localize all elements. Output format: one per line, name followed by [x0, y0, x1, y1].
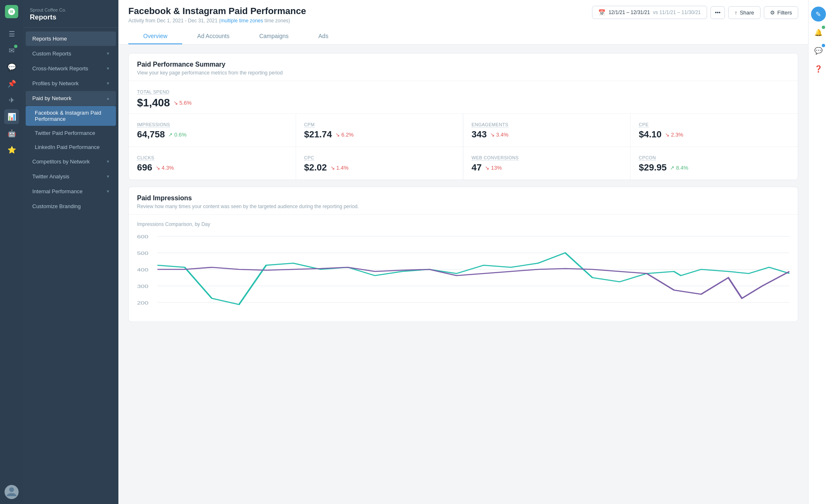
user-avatar[interactable]	[5, 485, 19, 499]
page-title-section: Facebook & Instagram Paid Performance Ac…	[128, 6, 306, 24]
chevron-down-icon: ▾	[107, 159, 109, 164]
metrics-row-webconv-cpcon: Web Conversions 47 ↘ 13% CPCon $29.95 ↗ …	[463, 147, 798, 180]
metrics-grid: Impressions 64,758 ↗ 0.6% CPM $21.74 ↘ 6…	[129, 114, 798, 180]
total-spend-change: 5.6%	[173, 100, 192, 106]
nav-inbox-icon[interactable]: ✉	[4, 43, 19, 58]
clicks-label: Clicks	[137, 155, 154, 161]
cpcon-value: $29.95 ↗ 8.4%	[639, 162, 789, 173]
sidebar-item-twitter-analysis[interactable]: Twitter Analysis ▾	[26, 169, 116, 184]
nav-publishing-icon[interactable]: ✈	[4, 93, 19, 108]
metrics-row-engagements-cpe: Engagements 343 ↘ 3.4% CPE $4.10 ↘ 2.3%	[463, 114, 798, 147]
svg-text:500: 500	[137, 251, 149, 256]
impressions-card-title: Paid Impressions	[137, 194, 789, 202]
inbox-badge	[14, 45, 17, 48]
cpm-label: CPM	[304, 122, 315, 127]
chevron-down-icon: ▾	[107, 174, 109, 179]
company-name: Sprout Coffee Co.	[30, 7, 112, 12]
sidebar-sub-item-linkedin-paid[interactable]: LinkedIn Paid Performance	[26, 140, 116, 154]
sidebar-item-reports-home[interactable]: Reports Home	[26, 31, 116, 46]
sidebar: Sprout Coffee Co. Reports Reports Home C…	[23, 0, 118, 504]
tab-ads[interactable]: Ads	[303, 29, 343, 44]
chevron-down-icon: ▾	[107, 51, 109, 56]
clicks-value: 696 ↘ 4.3%	[137, 162, 287, 173]
filters-button[interactable]: ⚙ Filters	[764, 6, 798, 19]
filters-icon: ⚙	[770, 10, 775, 16]
nav-bot-icon[interactable]: 🤖	[4, 126, 19, 141]
total-spend-value: $1,408 5.6%	[137, 96, 789, 109]
tabs-row: Overview Ad Accounts Campaigns Ads	[128, 29, 798, 44]
impressions-value: 64,758 ↗ 0.6%	[137, 129, 287, 140]
cpcon-change: ↗ 8.4%	[670, 165, 688, 171]
nav-reports-icon[interactable]: 📊	[4, 109, 19, 124]
cpm-change: ↘ 6.2%	[335, 132, 354, 138]
help-icon[interactable]: ❓	[811, 61, 826, 76]
tab-ad-accounts[interactable]: Ad Accounts	[182, 29, 244, 44]
clicks-cell: Clicks 696 ↘ 4.3%	[129, 147, 296, 180]
nav-feed-icon[interactable]: ☰	[4, 26, 19, 41]
share-button[interactable]: ↑ Share	[728, 6, 760, 19]
svg-point-0	[9, 487, 14, 492]
sidebar-sub-item-twitter-paid[interactable]: Twitter Paid Performance	[26, 126, 116, 140]
edit-button[interactable]: ✎	[811, 7, 826, 22]
chart-section: Impressions Comparison, by Day 600 500 4…	[129, 215, 798, 322]
engagements-label: Engagements	[472, 122, 508, 127]
svg-text:300: 300	[137, 284, 149, 289]
web-conversions-change: ↘ 13%	[485, 165, 502, 171]
total-spend-label: Total Spend	[137, 89, 169, 95]
logo-icon[interactable]	[5, 5, 18, 18]
metrics-right: Engagements 343 ↘ 3.4% CPE $4.10 ↘ 2.3%	[463, 114, 798, 180]
svg-text:400: 400	[137, 268, 149, 272]
tab-overview[interactable]: Overview	[128, 29, 182, 44]
impressions-cell: Impressions 64,758 ↗ 0.6%	[129, 114, 296, 146]
tab-campaigns[interactable]: Campaigns	[244, 29, 303, 44]
cpm-value: $21.74 ↘ 6.2%	[304, 129, 455, 140]
cpe-value: $4.10 ↘ 2.3%	[639, 129, 789, 140]
metrics-row-clicks-cpc: Clicks 696 ↘ 4.3% CPC $2.02 ↘ 1.4%	[129, 147, 463, 180]
paid-performance-summary-card: Paid Performance Summary View your key p…	[128, 53, 798, 180]
right-rail: ✎ 🔔 💬 ❓	[808, 0, 828, 504]
notification-badge	[822, 26, 825, 29]
chevron-down-icon: ▾	[107, 81, 109, 86]
sidebar-item-internal-performance[interactable]: Internal Performance ▾	[26, 184, 116, 199]
notifications-icon[interactable]: 🔔	[811, 25, 826, 40]
time-zones-link[interactable]: multiple time zones	[221, 18, 263, 24]
sidebar-item-paid-by-network[interactable]: Paid by Network ▴	[26, 91, 116, 106]
total-spend-row: Total Spend $1,408 5.6%	[129, 81, 798, 114]
sidebar-sub-item-fb-ig[interactable]: Facebook & Instagram Paid Performance	[26, 106, 116, 126]
page-title: Facebook & Instagram Paid Performance	[128, 6, 306, 17]
impressions-label: Impressions	[137, 122, 170, 127]
messages-icon[interactable]: 💬	[811, 43, 826, 58]
sidebar-item-customize-branding[interactable]: Customize Branding	[26, 199, 116, 214]
sidebar-item-cross-network[interactable]: Cross-Network Reports ▾	[26, 61, 116, 76]
nav-mentions-icon[interactable]: 💬	[4, 60, 19, 74]
metrics-row-impressions-cpm: Impressions 64,758 ↗ 0.6% CPM $21.74 ↘ 6…	[129, 114, 463, 147]
web-conversions-value: 47 ↘ 13%	[472, 162, 622, 173]
share-icon: ↑	[734, 10, 737, 16]
sidebar-section-title: Reports	[30, 13, 112, 22]
chart-title: Impressions Comparison, by Day	[137, 221, 789, 227]
metrics-left: Impressions 64,758 ↗ 0.6% CPM $21.74 ↘ 6…	[129, 114, 463, 180]
cpm-cell: CPM $21.74 ↘ 6.2%	[296, 114, 463, 146]
nav-tasks-icon[interactable]: 📌	[4, 76, 19, 91]
header-actions: 📅 12/1/21 – 12/31/21 vs 11/1/21 – 11/30/…	[592, 6, 798, 19]
more-options-button[interactable]: •••	[710, 6, 725, 19]
cpe-label: CPE	[639, 122, 649, 127]
sidebar-item-competitors-by-network[interactable]: Competitors by Network ▾	[26, 154, 116, 169]
summary-card-title: Paid Performance Summary	[137, 61, 789, 68]
top-header: Facebook & Instagram Paid Performance Ac…	[118, 0, 808, 45]
content-area: Paid Performance Summary View your key p…	[118, 45, 808, 504]
sidebar-item-custom-reports[interactable]: Custom Reports ▾	[26, 46, 116, 61]
date-range-button[interactable]: 📅 12/1/21 – 12/31/21 vs 11/1/21 – 11/30/…	[592, 6, 707, 19]
cpc-value: $2.02 ↘ 1.4%	[304, 162, 455, 173]
cpe-change: ↘ 2.3%	[665, 132, 683, 138]
sidebar-item-profiles-by-network[interactable]: Profiles by Network ▾	[26, 76, 116, 91]
nav-star-icon[interactable]: ⭐	[4, 142, 19, 157]
cpcon-cell: CPCon $29.95 ↗ 8.4%	[631, 147, 798, 180]
cpc-label: CPC	[304, 155, 314, 161]
arrow-down-icon	[173, 100, 178, 106]
engagements-value: 343 ↘ 3.4%	[472, 129, 622, 140]
calendar-icon: 📅	[598, 9, 605, 16]
impressions-change: ↗ 0.6%	[168, 132, 186, 138]
cpcon-label: CPCon	[639, 155, 656, 161]
cpe-cell: CPE $4.10 ↘ 2.3%	[631, 114, 798, 146]
